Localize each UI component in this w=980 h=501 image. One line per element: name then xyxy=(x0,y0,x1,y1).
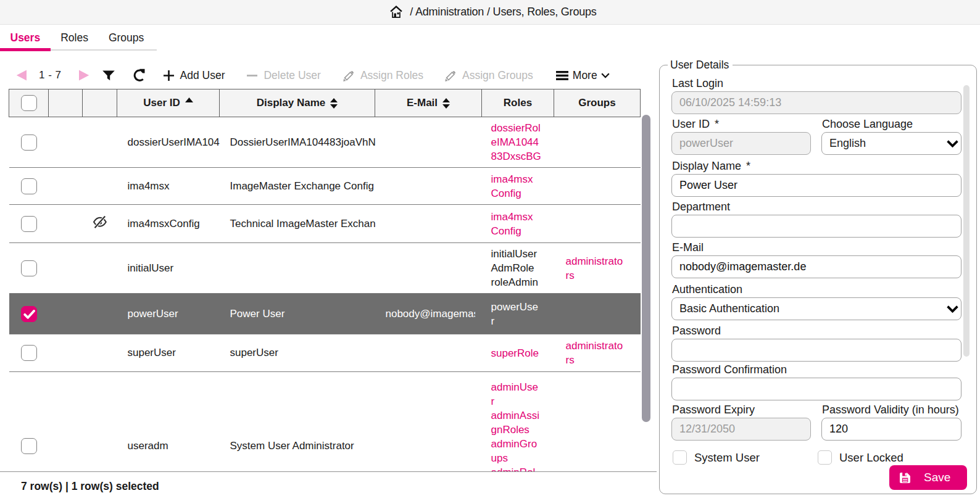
field-password: Password xyxy=(671,325,961,362)
field-label: Authentication xyxy=(672,283,742,296)
cell-hidden-indicator xyxy=(83,168,117,205)
table-row[interactable]: ima4msxImageMaster Exchange Configima4ms… xyxy=(9,168,641,205)
select-all-checkbox[interactable] xyxy=(21,95,37,111)
cell-groups xyxy=(554,205,641,243)
row-checkbox[interactable] xyxy=(21,306,37,322)
tab-groups[interactable]: Groups xyxy=(98,25,154,51)
cell-email: nobody@imagemaster.de xyxy=(375,294,482,334)
table-scrollbar[interactable] xyxy=(642,115,650,422)
role-link[interactable]: ima4msxConfig xyxy=(491,173,533,199)
minus-icon xyxy=(246,70,258,81)
status-bar: 7 row(s) | 1 row(s) selected xyxy=(0,471,657,501)
role-link[interactable]: dossierRoleIMA104483DxscBG xyxy=(491,122,541,162)
role-link[interactable]: superRole xyxy=(491,347,539,359)
prev-page-button[interactable] xyxy=(16,70,27,81)
pagination-range: 1 - 7 xyxy=(39,69,62,81)
table-row[interactable]: powerUserPower Usernobody@imagemaster.de… xyxy=(9,294,641,334)
row-checkbox[interactable] xyxy=(21,178,37,194)
row-checkbox[interactable] xyxy=(21,216,37,232)
topbar: / Administration / Users, Roles, Groups xyxy=(0,0,980,25)
tab-users[interactable]: Users xyxy=(0,25,51,51)
password-input[interactable] xyxy=(671,339,961,362)
refresh-icon xyxy=(132,68,146,82)
role-link[interactable]: adminAssignRoles xyxy=(491,410,539,436)
cell-blank xyxy=(49,334,83,372)
assign-groups-button[interactable]: Assign Groups xyxy=(444,69,533,82)
delete-user-button[interactable]: Delete User xyxy=(246,69,320,82)
display-name-input[interactable] xyxy=(671,174,961,197)
cell-roles: dossierRoleIMA104483DxscBG xyxy=(482,117,554,168)
role-link[interactable]: ima4msxConfig xyxy=(491,211,533,237)
role-link[interactable]: powerUser xyxy=(491,301,539,327)
email-input[interactable] xyxy=(671,255,961,278)
button-label: Assign Roles xyxy=(360,69,423,82)
cell-groups xyxy=(554,294,641,334)
cell-checkbox xyxy=(9,372,49,472)
cell-checkbox xyxy=(9,205,49,243)
password-confirmation-input[interactable] xyxy=(671,378,961,400)
row-checkbox[interactable] xyxy=(21,345,37,361)
groups-list: administrators xyxy=(566,339,625,367)
cell-user-id: dossierUserIMA104483joaVhN xyxy=(117,117,220,168)
cell-blank xyxy=(49,117,83,168)
user-id-input[interactable] xyxy=(671,132,811,155)
cell-roles: adminUser adminAssignRoles adminGroups a… xyxy=(482,372,554,472)
system-user-checkbox[interactable] xyxy=(673,450,687,465)
groups-list: administrators xyxy=(566,254,625,283)
cell-checkbox xyxy=(9,334,49,372)
header-email[interactable]: E-Mail xyxy=(375,89,482,117)
password-expiry-input[interactable] xyxy=(671,418,811,441)
role-link[interactable]: adminRoles xyxy=(491,466,536,471)
field-label: User ID xyxy=(672,118,710,130)
password-validity-input[interactable] xyxy=(821,418,961,441)
more-button[interactable]: More xyxy=(556,69,610,82)
save-button[interactable]: Save xyxy=(889,465,967,490)
last-login-input[interactable] xyxy=(671,91,961,114)
authentication-select[interactable]: Basic Authentication xyxy=(671,297,961,320)
header-blank-1 xyxy=(49,89,83,117)
breadcrumb[interactable]: / Administration / Users, Roles, Groups xyxy=(383,5,596,19)
department-input[interactable] xyxy=(671,215,961,238)
field-label: Password xyxy=(672,325,721,337)
table-row[interactable]: ima4msxConfigTechnical ImageMaster Excha… xyxy=(9,205,641,243)
checkmark-icon xyxy=(23,308,36,320)
table-viewport: User ID Display Name E-Mail Roles Groups… xyxy=(0,89,657,471)
language-select[interactable]: English xyxy=(821,132,961,155)
button-label: Add User xyxy=(180,69,225,82)
group-link[interactable]: administrators xyxy=(566,340,623,366)
field-label: Choose Language xyxy=(822,118,913,130)
role-link[interactable]: adminUser xyxy=(491,381,539,407)
role-link[interactable]: adminGroups xyxy=(491,438,538,464)
row-checkbox[interactable] xyxy=(21,260,37,276)
users-table: User ID Display Name E-Mail Roles Groups… xyxy=(9,89,641,471)
assign-roles-button[interactable]: Assign Roles xyxy=(342,69,423,82)
user-locked-checkbox[interactable] xyxy=(818,450,832,465)
button-label: More xyxy=(573,69,597,82)
select-value: English xyxy=(829,137,866,150)
header-user-id[interactable]: User ID xyxy=(117,89,220,117)
filter-button[interactable] xyxy=(102,70,115,81)
panel-scrollbar[interactable] xyxy=(963,85,970,357)
header-display-name[interactable]: Display Name xyxy=(220,89,375,117)
table-row[interactable]: useradmSystem User AdministratoradminUse… xyxy=(9,372,641,472)
header-select-all[interactable] xyxy=(9,89,49,117)
field-label: Department xyxy=(672,201,730,213)
select-value: Basic Authentication xyxy=(679,302,779,315)
header-groups[interactable]: Groups xyxy=(554,89,641,117)
table-row[interactable]: initialUserinitialUserAdmRole roleAdmina… xyxy=(9,243,641,294)
column-label: Display Name xyxy=(257,97,326,109)
tab-roles[interactable]: Roles xyxy=(51,25,99,51)
table-row[interactable]: superUsersuperUsersuperRoleadministrator… xyxy=(9,334,641,372)
row-checkbox[interactable] xyxy=(21,438,37,454)
next-page-button[interactable] xyxy=(78,70,89,81)
group-link[interactable]: administrators xyxy=(566,255,623,281)
refresh-button[interactable] xyxy=(132,68,146,82)
add-user-button[interactable]: Add User xyxy=(163,69,225,82)
cell-checkbox xyxy=(9,117,49,168)
table-row[interactable]: dossierUserIMA104483joaVhNDossierUserIMA… xyxy=(9,117,641,168)
required-marker: * xyxy=(746,160,750,172)
header-roles[interactable]: Roles xyxy=(482,89,554,117)
cell-groups xyxy=(554,168,641,205)
cell-hidden-indicator xyxy=(83,243,117,294)
row-checkbox[interactable] xyxy=(21,135,37,151)
